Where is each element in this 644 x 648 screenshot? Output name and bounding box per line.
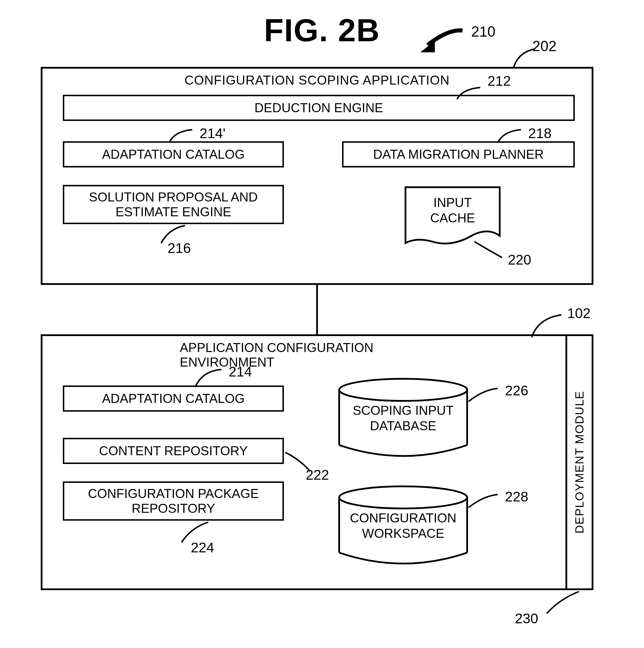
ref-226: 226 xyxy=(505,383,528,398)
leader-line xyxy=(467,387,499,403)
db1-line1: SCOPING INPUT xyxy=(336,403,470,418)
ref-214: 214 xyxy=(229,364,252,380)
db2-line1: CONFIGURATION xyxy=(336,510,470,526)
svg-point-1 xyxy=(339,379,467,401)
ref-202: 202 xyxy=(532,38,556,55)
ref-216: 216 xyxy=(167,240,191,256)
svg-marker-0 xyxy=(420,41,435,52)
configuration-workspace-cylinder: CONFIGURATION WORKSPACE xyxy=(336,484,470,566)
ref-214p: 214' xyxy=(200,125,226,141)
solution-line2: ESTIMATE ENGINE xyxy=(89,205,258,219)
deployment-module-strip: DEPLOYMENT MODULE xyxy=(565,336,592,588)
config-pkg-line1: CONFIGURATION PACKAGE xyxy=(88,486,259,501)
deduction-engine-box: DEDUCTION ENGINE xyxy=(63,95,575,121)
db1-line2: DATABASE xyxy=(336,418,470,434)
configuration-scoping-application-box: CONFIGURATION SCOPING APPLICATION DEDUCT… xyxy=(41,67,593,285)
configuration-package-repository-box: CONFIGURATION PACKAGE REPOSITORY xyxy=(63,481,284,521)
db2-line2: WORKSPACE xyxy=(336,526,470,541)
ref-210: 210 xyxy=(471,23,495,40)
leader-line xyxy=(467,493,499,509)
ref-230: 230 xyxy=(515,610,538,627)
leader-line xyxy=(455,86,482,101)
adaptation-catalog-bottom-label: ADAPTATION CATALOG xyxy=(102,391,245,406)
leader-line xyxy=(194,368,223,388)
scoping-app-title: CONFIGURATION SCOPING APPLICATION xyxy=(185,73,449,88)
solution-proposal-box: SOLUTION PROPOSAL AND ESTIMATE ENGINE xyxy=(63,185,284,224)
figure-title: FIG. 2B xyxy=(264,12,380,49)
adaptation-catalog-top-label: ADAPTATION CATALOG xyxy=(102,147,245,162)
data-migration-planner-box: DATA MIGRATION PLANNER xyxy=(342,141,575,167)
adaptation-catalog-bottom-box: ADAPTATION CATALOG xyxy=(63,385,284,412)
pointer-arrow-icon xyxy=(416,25,465,60)
leader-line xyxy=(473,240,505,261)
connector-line xyxy=(316,285,318,334)
leader-line xyxy=(544,590,582,616)
deduction-engine-label: DEDUCTION ENGINE xyxy=(254,101,383,115)
ref-102: 102 xyxy=(567,305,591,321)
leader-line xyxy=(496,128,523,144)
ref-222: 222 xyxy=(306,467,329,483)
cache-line1: INPUT xyxy=(403,195,502,211)
leader-line xyxy=(167,128,194,144)
content-repository-box: CONTENT REPOSITORY xyxy=(63,438,284,464)
scoping-input-database-cylinder: SCOPING INPUT DATABASE xyxy=(336,377,470,458)
adaptation-catalog-top-box: ADAPTATION CATALOG xyxy=(63,141,284,167)
ref-212: 212 xyxy=(488,73,511,89)
deployment-module-label: DEPLOYMENT MODULE xyxy=(573,391,586,533)
content-repository-label: CONTENT REPOSITORY xyxy=(99,444,248,458)
data-migration-planner-label: DATA MIGRATION PLANNER xyxy=(373,147,544,162)
ace-title: APPLICATION CONFIGURATION ENVIRONMENT xyxy=(180,340,454,370)
config-pkg-line2: REPOSITORY xyxy=(88,501,259,516)
ref-220: 220 xyxy=(508,252,531,268)
ref-228: 228 xyxy=(505,489,528,505)
ref-218: 218 xyxy=(528,125,551,141)
application-configuration-environment-box: APPLICATION CONFIGURATION ENVIRONMENT AD… xyxy=(41,334,593,590)
svg-point-2 xyxy=(339,486,467,508)
ref-224: 224 xyxy=(191,540,214,555)
cache-line2: CACHE xyxy=(403,211,502,226)
solution-line1: SOLUTION PROPOSAL AND xyxy=(89,190,258,205)
